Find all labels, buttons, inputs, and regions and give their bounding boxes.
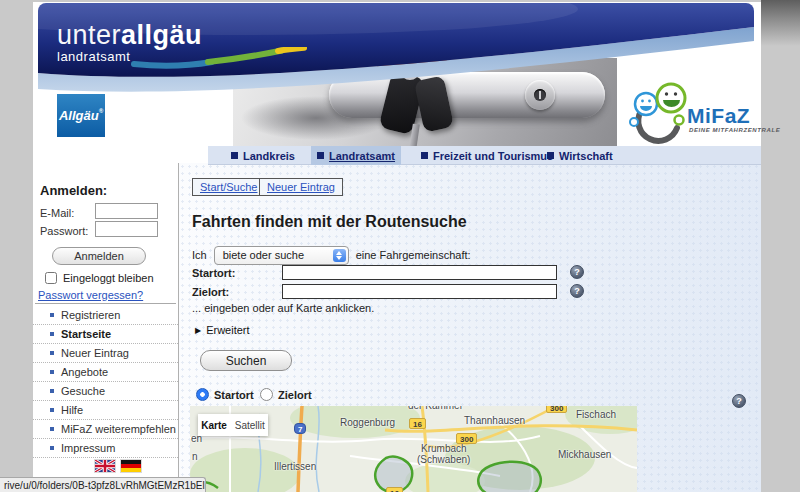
dest-input[interactable]	[282, 284, 557, 299]
map-type-control[interactable]: Karte Satellit	[198, 414, 268, 436]
allgaeu-logo-text: Allgäu	[59, 108, 99, 123]
help-icon-dest[interactable]: ?	[570, 284, 584, 298]
nav-bullet-icon	[421, 152, 428, 159]
tab-neuer-eintrag[interactable]: Neuer Eintrag	[259, 178, 343, 196]
sentence-prefix: Ich	[192, 249, 207, 261]
tab-start-suche-link[interactable]: Start/Suche	[200, 181, 257, 193]
sidebar-item-registrieren[interactable]: Registrieren	[33, 306, 178, 325]
map-road-badge-300: 300	[546, 406, 567, 413]
menu-label: Impressum	[61, 442, 115, 454]
forgot-password-link[interactable]: Passwort vergessen?	[38, 289, 143, 301]
nav-item-landkreis[interactable]: Landkreis	[225, 146, 301, 165]
menu-bullet-icon	[50, 351, 54, 355]
menu-label: Hilfe	[61, 404, 83, 416]
ride-type-select[interactable]: biete oder suche	[214, 246, 349, 265]
status-bar-url: rive/u/0/folders/0B-t3pfz8LvRhMGtEMzR1bE…	[0, 477, 206, 492]
sentence-suffix: eine Fahrgemeinschaft:	[356, 249, 471, 261]
map-place-label: Roggenburg	[340, 417, 395, 428]
map-canvas[interactable]: Karte Satellit der KammelRoggenburgThann…	[190, 406, 637, 492]
radio-zielort-label[interactable]: Zielort	[278, 389, 312, 401]
page-title: Fahrten finden mit der Routensuche	[192, 213, 467, 231]
photo-door-handle	[329, 72, 605, 118]
desktop: unterallgäu landratsamt Allgäu®	[0, 0, 800, 492]
nav-label: Freizeit und Tourismus	[433, 150, 553, 162]
main-content: Start/Suche Neuer Eintrag Fahrten finden…	[179, 163, 761, 492]
radio-startort-label[interactable]: Startort	[214, 389, 254, 401]
sidebar-item-neuer-eintrag[interactable]: Neuer Eintrag	[33, 344, 178, 363]
map-place-label: Thannhausen	[464, 415, 525, 426]
photo-lock-button	[525, 80, 555, 110]
nav-label: Landratsamt	[329, 150, 395, 162]
menu-bullet-icon	[50, 408, 54, 412]
menu-bullet-icon	[50, 389, 54, 393]
email-field[interactable]	[95, 203, 158, 219]
map-road-badge-7: 7	[294, 423, 306, 434]
mifaz-logo-text: MiFaZ	[687, 104, 750, 128]
tab-start-suche[interactable]: Start/Suche	[192, 178, 265, 196]
sidebar-item-angebote[interactable]: Angebote	[33, 363, 178, 382]
nav-bullet-icon	[231, 152, 238, 159]
login-button[interactable]: Anmelden	[52, 247, 146, 265]
advanced-label: Erweitert	[206, 324, 249, 336]
logo-word-allgaeu: allgäu	[121, 20, 202, 50]
logo-swoosh-icon	[128, 47, 308, 69]
search-button[interactable]: Suchen	[200, 350, 292, 371]
nav-bullet-icon	[317, 152, 324, 159]
sidebar-item-mifaz-weiterempfehlen[interactable]: MiFaZ weiterempfehlen	[33, 420, 178, 439]
radio-zielort[interactable]	[260, 388, 273, 401]
map-place-label: n	[192, 451, 198, 462]
sidebar-item-hilfe[interactable]: Hilfe	[33, 401, 178, 420]
menu-label: MiFaZ weiterempfehlen	[61, 423, 176, 435]
password-label: Passwort:	[40, 225, 88, 237]
help-icon-map[interactable]: ?	[732, 394, 746, 408]
map-road-badge-300: 300	[456, 433, 477, 444]
menu-bullet-icon	[50, 446, 54, 450]
radio-startort[interactable]	[196, 388, 209, 401]
mifaz-smileys-icon	[619, 82, 689, 146]
stay-logged-in-checkbox[interactable]	[45, 272, 57, 284]
sidebar-item-impressum[interactable]: Impressum	[33, 439, 178, 458]
mifaz-logo: MiFaZ DEINE MITFAHRZENTRALE	[619, 82, 789, 146]
ride-type-row: Ich biete oder suche eine Fahrgemeinscha…	[192, 245, 471, 265]
start-input[interactable]	[282, 265, 557, 280]
mifaz-tagline: DEINE MITFAHRZENTRALE	[689, 127, 780, 133]
map-place-label: der Kammel	[408, 406, 462, 411]
password-field[interactable]	[95, 221, 158, 237]
map-button-satellit[interactable]: Satellit	[235, 420, 265, 431]
nav-bullet-icon	[547, 152, 554, 159]
sidebar-item-startseite[interactable]: Startseite	[33, 325, 178, 344]
menu-bullet-icon	[50, 332, 54, 336]
tab-neuer-eintrag-link[interactable]: Neuer Eintrag	[267, 181, 335, 193]
menu-label: Registrieren	[61, 309, 120, 321]
map-place-label: (Schwaben)	[417, 454, 470, 465]
map-place-label: Krumbach	[421, 443, 467, 454]
stay-logged-in-label: Eingeloggt bleiben	[63, 272, 154, 284]
menu-bullet-icon	[50, 370, 54, 374]
nav-label: Landkreis	[243, 150, 295, 162]
main-navigation: Landkreis Landratsamt Freizeit und Touri…	[208, 146, 761, 165]
flag-german-icon[interactable]	[121, 460, 141, 472]
sidebar-item-gesuche[interactable]: Gesuche	[33, 382, 178, 401]
help-icon-start[interactable]: ?	[570, 265, 584, 279]
map-road-badge-16: 16	[409, 418, 426, 429]
map-place-label: Mickhausen	[558, 449, 611, 460]
language-switcher	[95, 460, 141, 472]
menu-label: Gesuche	[61, 385, 105, 397]
nav-item-wirtschaft[interactable]: Wirtschaft	[541, 146, 619, 165]
map-place-label: Illertissen	[274, 461, 316, 472]
sidebar-separator	[35, 303, 176, 304]
map-button-karte[interactable]: Karte	[201, 420, 227, 431]
advanced-toggle[interactable]: ▶ Erweitert	[195, 324, 250, 336]
photo-key-ring	[401, 64, 419, 80]
login-title: Anmelden:	[40, 183, 107, 198]
nav-item-landratsamt[interactable]: Landratsamt	[311, 146, 401, 165]
nav-item-freizeit-tourismus[interactable]: Freizeit und Tourismus	[415, 146, 559, 165]
start-label: Startort:	[192, 267, 235, 279]
map-hint-text: ... eingeben oder auf Karte anklicken.	[192, 302, 374, 314]
triangle-right-icon: ▶	[195, 326, 201, 335]
select-stepper-icon	[333, 249, 346, 262]
nav-label: Wirtschaft	[559, 150, 613, 162]
flag-english-icon[interactable]	[95, 460, 115, 472]
map-place-label: Fischach	[576, 409, 616, 420]
registered-mark: ®	[99, 108, 103, 114]
